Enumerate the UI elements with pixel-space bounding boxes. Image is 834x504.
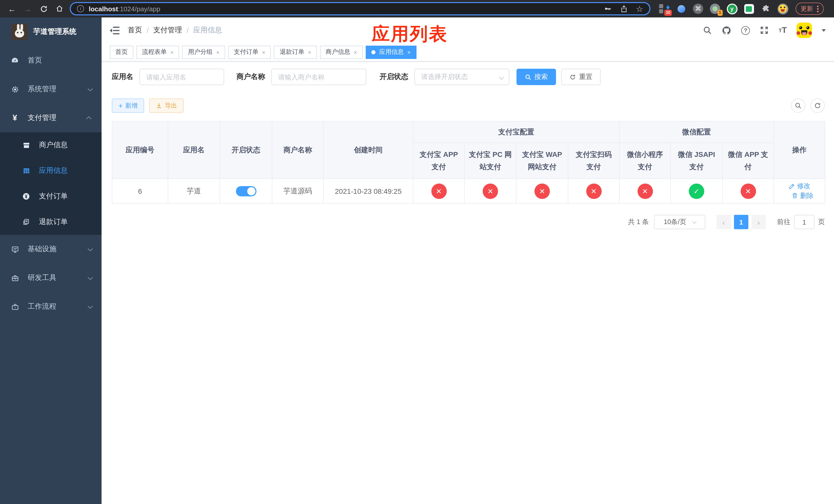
sidebar-item-dev-tools[interactable]: 研发工具 [0,264,102,292]
close-icon[interactable]: × [170,49,174,55]
add-button[interactable]: + 新增 [112,98,144,113]
current-page[interactable]: 1 [734,215,748,229]
tab-payment-orders[interactable]: 支付订单× [228,45,271,59]
update-label: 更新 [801,4,813,13]
extension-y-icon[interactable]: y [726,3,738,14]
sidebar-item-app-info[interactable]: 应用信息 [0,158,102,184]
site-info-icon[interactable]: i [77,5,84,12]
close-icon[interactable]: × [354,49,357,55]
close-icon[interactable]: × [216,49,220,55]
plus-icon: + [118,101,123,110]
reload-icon [40,5,47,13]
wechat-app-status-icon [740,183,756,199]
next-page-button[interactable]: › [751,215,766,229]
refresh-table-button[interactable] [810,98,825,113]
chrome-update-button[interactable]: 更新 [795,3,824,15]
page-content: 应用名 商户名称 开启状态 请选择开启状态 搜索 重置 [102,62,834,504]
payment-submenu: 商户信息 应用信息 支付订单 [0,132,102,235]
status-toggle[interactable] [236,186,256,196]
toggle-search-button[interactable] [791,98,805,113]
home-button[interactable] [53,2,66,15]
github-icon[interactable] [722,25,731,35]
status-select[interactable]: 请选择开启状态 [414,69,509,85]
close-icon[interactable]: × [262,49,265,55]
user-avatar[interactable] [796,23,812,38]
table-toolbar: + 新增 导出 [112,98,825,113]
cell-actions: 修改 删除 [774,179,825,203]
export-button[interactable]: 导出 [149,98,184,113]
sidebar-fold-icon[interactable] [110,26,119,35]
logo-image [11,24,28,40]
back-button[interactable]: ← [5,2,19,15]
sidebar-item-infrastructure[interactable]: 基础设施 [0,235,102,264]
tab-merchant-info[interactable]: 商户信息× [320,45,363,59]
alipay-qr-status-icon [586,183,601,199]
sidebar-item-payment[interactable]: ¥ 支付管理 [0,104,102,132]
reload-button[interactable] [37,2,50,15]
sidebar-item-label: 研发工具 [28,273,88,282]
sidebar-item-merchant-info[interactable]: 商户信息 [0,132,102,158]
cell-app-name: 芋道 [168,179,220,203]
extension-badge: 10 [664,10,672,16]
documents-icon [22,219,31,226]
app-logo[interactable]: 芋道管理系统 [0,18,102,46]
avatar-caret-icon[interactable] [822,29,826,31]
tab-home[interactable]: 首页 [110,45,133,59]
merchant-name-input[interactable] [271,69,366,85]
goto-page-input[interactable] [794,215,814,229]
col-header-wechat-mini: 微信小程序支付 [619,143,671,179]
breadcrumb-payment[interactable]: 支付管理 [153,26,182,35]
extension-balloon-icon[interactable] [676,3,687,14]
profile-avatar[interactable] [777,3,788,14]
tab-process-form[interactable]: 流程表单× [136,45,179,59]
search-button[interactable]: 搜索 [517,69,556,85]
close-icon[interactable]: × [308,49,311,55]
tab-user-group[interactable]: 用户分组× [182,45,225,59]
extension-recorder-icon[interactable]: 1 [709,3,721,14]
edit-link[interactable]: 修改 [788,182,810,191]
total-count: 共 1 条 [628,217,649,227]
sidebar-item-workflow[interactable]: 工作流程 [0,292,102,321]
app-name-input[interactable] [139,69,224,85]
yen-circle-icon [22,192,31,201]
dashboard-icon [10,56,20,65]
fullscreen-icon[interactable] [760,26,769,35]
address-bar[interactable]: i localhost:1024/pay/app ☆ [70,2,650,15]
bookmark-star-icon[interactable]: ☆ [636,4,643,14]
browser-menu-icon[interactable] [817,5,819,12]
prev-page-button[interactable]: ‹ [717,215,731,229]
search-icon [794,102,802,109]
extension-chat-icon[interactable] [743,3,754,14]
cell-status [220,179,272,203]
font-size-icon[interactable]: TT [778,26,787,35]
close-icon[interactable]: × [407,49,411,55]
forward-button[interactable]: → [21,2,35,15]
help-icon[interactable]: ? [741,26,750,35]
edit-pencil-icon [788,183,795,189]
col-header-app-id: 应用编号 [112,121,168,179]
sidebar-item-home[interactable]: 首页 [0,46,102,75]
alipay-pc-status-icon [483,183,498,199]
sidebar-item-label: 应用信息 [39,166,68,175]
extension-command-icon[interactable]: ⌘ [693,3,704,14]
sidebar: 芋道管理系统 首页 系统管理 ¥ 支付管理 [0,18,102,504]
alipay-wap-status-icon [534,183,550,199]
extension-blocks-icon[interactable]: ♦ 10 [659,3,670,14]
col-header-app-name: 应用名 [168,121,220,179]
tab-refund-orders[interactable]: 退款订单× [274,45,317,59]
page-size-select[interactable]: 10条/页 [654,215,705,229]
col-header-status: 开启状态 [220,121,272,179]
table-row: 6 芋道 芋道源码 2021-10-23 08:49:25 [112,179,825,203]
reset-button[interactable]: 重置 [561,69,601,85]
sidebar-item-refund-orders[interactable]: 退款订单 [0,209,102,235]
share-icon[interactable] [620,5,628,13]
search-icon [525,74,531,80]
tab-app-info[interactable]: 应用信息× [366,45,416,59]
sidebar-item-payment-orders[interactable]: 支付订单 [0,184,102,209]
extensions-puzzle-icon[interactable] [760,3,771,14]
breadcrumb-home[interactable]: 首页 [128,26,142,35]
sidebar-item-system[interactable]: 系统管理 [0,75,102,104]
delete-link[interactable]: 删除 [791,191,813,200]
password-key-icon[interactable] [603,5,612,13]
search-icon[interactable] [703,26,712,35]
